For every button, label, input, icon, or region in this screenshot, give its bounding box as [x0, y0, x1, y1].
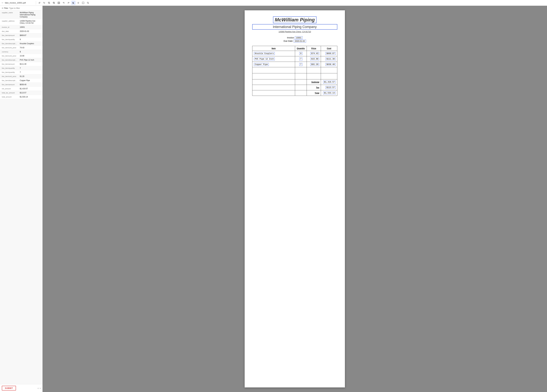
search-button[interactable] [86, 1, 90, 5]
total-empty-qty [295, 80, 307, 85]
submit-button[interactable]: SUBMIT [2, 386, 16, 391]
crosshair-button[interactable] [76, 1, 80, 5]
sidebar-row: line_item/amount $111.30 [0, 62, 42, 66]
total-row: Tax $113.57 [252, 85, 337, 90]
total-empty-qty [295, 90, 307, 96]
sidebar-row: line_item/quantity 9 [0, 38, 42, 42]
row-value: $111.30 [20, 63, 26, 65]
top-bar-left: ← fake_invoice_10001.pdf [1, 1, 35, 4]
total-empty-qty [295, 85, 307, 90]
rotate-left-button[interactable] [62, 1, 66, 5]
nav-arrows: ‹ › [38, 387, 41, 390]
invoice-number-line: Invoice: 10001 [252, 36, 337, 39]
company-name-bold: McWilliam Piping [273, 16, 317, 23]
sidebar-row: line_item/quantity 7 [0, 70, 42, 74]
price-cell: $74.43 [307, 51, 321, 56]
row-key: line_item/amount [2, 84, 19, 86]
row-key: net_amount [2, 88, 19, 90]
row-value: $1,419.57 [20, 88, 28, 90]
svg-marker-11 [73, 2, 74, 4]
row-value: 74.43 [20, 47, 24, 49]
total-value: $1,419.57 [321, 80, 337, 85]
main-layout: ≡ Filter supplier_name McWilliam Piping … [0, 6, 547, 392]
next-page-button[interactable]: › [40, 387, 41, 390]
svg-rect-7 [58, 2, 60, 4]
sidebar-row: invoice_id 10001 [0, 25, 42, 29]
zoom-in-button[interactable] [52, 1, 56, 5]
sidebar-row: line_item/unit_price 74.43 [0, 46, 42, 50]
sidebar-row: currency $ [0, 50, 42, 54]
svg-line-6 [55, 3, 55, 4]
row-key: line_item/descripti… [2, 80, 19, 81]
row-value: 10001 [20, 26, 25, 28]
row-key: supplier_address [2, 20, 19, 22]
empty-row [252, 67, 337, 73]
svg-marker-10 [68, 2, 69, 3]
company-address: 14368 Pipeline Ave Chino, CA 91710 [252, 31, 337, 33]
col-header-price: Price [307, 46, 321, 51]
sidebar-content: supplier_name McWilliam Piping Internati… [0, 11, 42, 384]
sidebar-row: total_tax_amount $113.57 [0, 91, 42, 95]
sidebar: ≡ Filter supplier_name McWilliam Piping … [0, 6, 42, 392]
sidebar-row: due_date 2020-01-02 [0, 29, 42, 33]
invoice-table: Item Quantity Price Cost Knuckle Coupler… [252, 46, 337, 96]
row-key: line_item/descripti… [2, 42, 19, 45]
row-key: invoice_id [2, 26, 19, 28]
row-key: line_item/unit_price [2, 55, 19, 57]
row-value: $638.40 [20, 84, 26, 86]
item-cell: Knuckle Couplers [252, 51, 295, 56]
svg-line-2 [49, 3, 50, 4]
svg-rect-8 [58, 2, 59, 3]
sidebar-row: line_item/amount $638.40 [0, 83, 42, 87]
total-label: Total [307, 90, 321, 96]
total-value: $113.57 [321, 85, 337, 90]
due-date-line: Due Date: 2020-01-02 [252, 40, 337, 42]
back-button[interactable]: ← [1, 1, 4, 4]
total-empty-item [252, 90, 295, 96]
sidebar-row: supplier_address 14368 Pipeline Ave Chin… [0, 19, 42, 25]
prev-page-button[interactable]: ‹ [38, 387, 38, 390]
filter-input[interactable] [9, 7, 41, 9]
sidebar-header: ≡ Filter [0, 6, 42, 11]
zoom-out-button[interactable] [47, 1, 51, 5]
table-row: PVC Pipe 12 Inch 7 $15.90 $111.30 [252, 56, 337, 62]
col-header-cost: Cost [321, 46, 337, 51]
pdf-viewer: McWilliam Piping International Piping Co… [42, 6, 547, 392]
sidebar-row: total_amount $1,533.14 [0, 95, 42, 99]
sidebar-row: line_item/unit_price 91.20 [0, 74, 42, 79]
table-row: Knuckle Couplers 9 $74.43 $669.87 [252, 51, 337, 56]
rotate-right-button[interactable] [66, 1, 71, 5]
cost-cell: $669.87 [321, 51, 337, 56]
invoice-header: McWilliam Piping International Piping Co… [252, 16, 337, 33]
sidebar-row: line_item/descripti… PVC Pipe 12 Inch [0, 58, 42, 62]
row-value: 9 [20, 38, 21, 40]
item-cell: PVC Pipe 12 Inch [252, 56, 295, 62]
svg-point-15 [87, 2, 89, 3]
row-key: line_item/quantity [2, 67, 19, 69]
crop-button[interactable] [81, 1, 85, 5]
filter-icon: ≡ [2, 7, 3, 9]
due-date-value: 2020-01-02 [294, 40, 306, 42]
total-label: Subtotal [307, 80, 321, 85]
empty-row [252, 73, 337, 80]
price-cell: $91.20 [307, 62, 321, 67]
row-value: PVC Pipe 12 Inch [20, 59, 34, 61]
price-cell: $15.90 [307, 56, 321, 62]
row-value: 7 [20, 67, 21, 69]
cost-cell: $638.40 [321, 62, 337, 67]
qty-cell: 7 [295, 56, 307, 62]
fit-page-button[interactable] [57, 1, 61, 5]
row-key: line_item/quantity [2, 71, 19, 73]
row-value: 14368 Pipeline Ave Chino, CA 91710 [20, 20, 41, 24]
row-value: $669.87 [20, 34, 26, 36]
redo-button[interactable]: ↻ [42, 1, 46, 5]
undo-button[interactable]: ↺ [37, 1, 41, 5]
pointer-tool-button[interactable] [71, 1, 75, 5]
sidebar-row: line_item/descripti… Copper Pipe [0, 79, 42, 83]
svg-rect-14 [82, 2, 84, 4]
invoice-label: Invoice: [287, 36, 294, 39]
sidebar-row: supplier_name McWilliam Piping Internati… [0, 11, 42, 19]
qty-cell: 7 [295, 62, 307, 67]
row-value: $1,533.14 [20, 96, 28, 98]
sidebar-row: line_item/quantity 7 [0, 66, 42, 70]
